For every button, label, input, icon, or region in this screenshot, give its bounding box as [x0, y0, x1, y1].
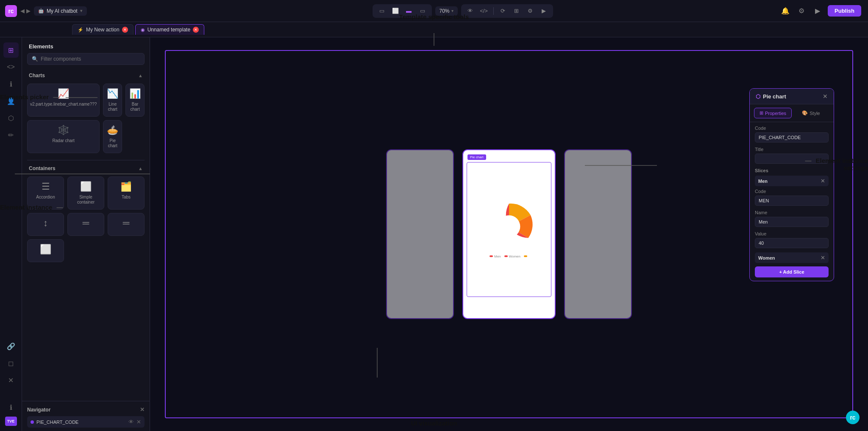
style-icon: 🎨 — [802, 110, 808, 116]
men-value-label: Value — [755, 231, 829, 236]
tabs-label: Tabs — [122, 195, 131, 200]
simple-container-label: Simple container — [70, 195, 101, 205]
play-right-btn[interactable]: ▶ — [812, 5, 823, 17]
pie-tab-style[interactable]: 🎨 Style — [793, 108, 829, 118]
men-code-label: Code — [755, 189, 829, 194]
legend-men: Men — [490, 255, 501, 258]
tab-bar: ⚡ My New action ✕ ◉ Unnamed template ✕ — [0, 22, 868, 37]
tabs-icon: 🗂️ — [120, 181, 132, 192]
pie-tab-properties[interactable]: ⊞ Properties — [754, 108, 792, 118]
navigator-close-icon[interactable]: ✕ — [140, 406, 145, 413]
navigator-section: Navigator ✕ PIE_CHART_CODE 👁 ✕ — [22, 401, 150, 431]
code-field-group: Code — [755, 126, 829, 143]
elements-panel-title: Elements — [22, 37, 150, 53]
element-card-tabs[interactable]: 🗂️ Tabs — [108, 176, 145, 210]
sidebar-close-btn[interactable]: ✕ — [3, 372, 19, 388]
men-slice-title: Men — [758, 179, 768, 184]
sidebar-layers-btn[interactable]: ⬡ — [3, 110, 19, 126]
element-card-piechart[interactable]: 🥧 Pie chart — [103, 120, 122, 153]
women-slice-close[interactable]: ✕ — [821, 255, 825, 261]
search-icon: 🔍 — [32, 56, 38, 62]
tab-new-action[interactable]: ⚡ My New action ✕ — [72, 24, 134, 35]
publish-button[interactable]: Publish — [828, 5, 861, 17]
tab-template-close[interactable]: ✕ — [193, 27, 199, 33]
navigator-item-right: 👁 ✕ — [128, 419, 141, 425]
containers-chevron: ▲ — [138, 166, 143, 171]
element-instance-annotation: Element instance — — [0, 204, 63, 211]
settings-right-btn[interactable]: ⚙ — [796, 5, 807, 17]
play-btn[interactable]: ▶ — [538, 6, 550, 16]
back-icon[interactable]: ◀ — [20, 8, 25, 14]
divider2-icon: ═ — [123, 218, 130, 229]
nav-dot — [31, 420, 34, 424]
grid-btn[interactable]: ⊞ — [511, 6, 523, 16]
add-slice-button[interactable]: + Add Slice — [755, 266, 829, 277]
tab-unnamed-template[interactable]: ◉ Unnamed template ✕ — [135, 24, 204, 35]
refresh-btn[interactable]: ⟳ — [497, 6, 509, 16]
navigator-header: Navigator ✕ — [27, 405, 145, 416]
settings-btn[interactable]: ⚙ — [524, 6, 536, 16]
men-name-field: Name — [755, 210, 829, 227]
barchart-label: Bar chart — [128, 102, 142, 112]
sidebar-pen-btn[interactable]: ✏ — [3, 127, 19, 143]
box-icon: ⬜ — [40, 244, 51, 255]
legend-dot-yellow — [524, 255, 527, 257]
properties-icon: ⊞ — [760, 110, 763, 116]
women-slice: Women ✕ — [755, 252, 829, 263]
code-field-input[interactable] — [755, 132, 829, 143]
element-card-divider1[interactable]: ═ — [67, 213, 104, 236]
left-phone-frame — [386, 149, 454, 319]
element-card-simple-container[interactable]: ⬜ Simple container — [67, 176, 104, 210]
nav-item-close[interactable]: ✕ — [136, 419, 141, 425]
element-card-barchart[interactable]: 📊 Bar chart — [125, 84, 145, 117]
navigator-item-piechart[interactable]: PIE_CHART_CODE 👁 ✕ — [27, 416, 145, 428]
template-specific-tools-annotation: Template specific tools — [399, 13, 469, 21]
pie-chart-inner-frame: Men Women — [467, 162, 551, 297]
notification-btn[interactable]: 🔔 — [779, 5, 791, 17]
mobile-view-btn[interactable]: ▭ — [376, 6, 388, 16]
elements-picker-annotation: Elements picker — — [0, 93, 59, 101]
search-bar[interactable]: 🔍 — [27, 53, 145, 65]
sidebar-info-btn[interactable]: ℹ — [3, 76, 19, 92]
search-input[interactable] — [41, 56, 140, 62]
containers-section-header[interactable]: Containers ▲ — [22, 162, 150, 175]
properties-tab-label: Properties — [765, 111, 786, 116]
sidebar-link-btn[interactable]: 🔗 — [3, 339, 19, 354]
men-code-input[interactable] — [755, 196, 829, 206]
element-card-box[interactable]: ⬜ — [27, 239, 64, 262]
charts-section-header[interactable]: Charts ▲ — [22, 69, 150, 82]
women-slice-header: Women ✕ — [755, 252, 829, 263]
template-tab-icon: ◉ — [141, 27, 145, 33]
logo-icon[interactable]: rc — [5, 5, 17, 17]
men-name-input[interactable] — [755, 217, 829, 227]
code-btn[interactable]: </> — [478, 6, 490, 16]
element-card-linechart[interactable]: 📉 Line chart — [103, 84, 122, 117]
containers-grid: ☰ Accordion ⬜ Simple container 🗂️ Tabs ↕… — [22, 175, 150, 267]
radarchart-label: Radar chart — [53, 138, 75, 143]
center-phone-frame[interactable]: Pie chart — [462, 149, 556, 319]
bot-name-breadcrumb[interactable]: 🤖 My AI chatbot ▾ — [34, 6, 87, 16]
navigator-item-label: PIE_CHART_CODE — [36, 420, 78, 425]
radarchart-icon: 🕸️ — [58, 125, 69, 136]
pie-panel-header: ⬡ Pie chart ✕ — [750, 89, 834, 104]
cyan-logo: rc — [846, 411, 860, 424]
men-slice-close[interactable]: ✕ — [821, 178, 825, 184]
men-value-input[interactable] — [755, 238, 829, 248]
accordion-label: Accordion — [36, 195, 55, 200]
eye-icon[interactable]: 👁 — [128, 419, 134, 425]
pie-panel-tabs: ⊞ Properties 🎨 Style — [750, 104, 834, 122]
men-name-label: Name — [755, 210, 829, 215]
sidebar-bottom-badge: TVE — [5, 417, 17, 426]
forward-icon[interactable]: ▶ — [26, 8, 31, 14]
sidebar-code-btn[interactable]: <> — [3, 59, 19, 75]
tab-action-close[interactable]: ✕ — [122, 27, 128, 33]
navigator-item-left: PIE_CHART_CODE — [31, 420, 78, 425]
sidebar-box-btn[interactable]: ◻ — [3, 355, 19, 371]
sidebar-info2-btn[interactable]: ℹ — [3, 400, 19, 415]
linechart-label: Line chart — [106, 102, 119, 112]
element-card-divider2[interactable]: ═ — [108, 213, 145, 236]
element-card-radarchart[interactable]: 🕸️ Radar chart — [27, 120, 100, 153]
element-card-import[interactable]: ↕️ — [27, 213, 64, 236]
pie-panel-close-btn[interactable]: ✕ — [823, 93, 828, 100]
sidebar-elements-btn[interactable]: ⊞ — [3, 42, 19, 58]
